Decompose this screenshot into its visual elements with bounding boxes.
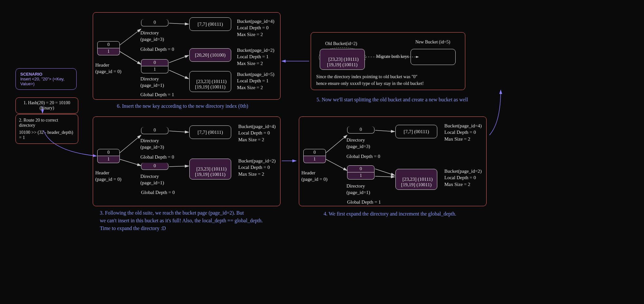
p5-new-bucket: [411, 49, 456, 65]
p4-dir3: 0: [347, 126, 374, 134]
p3-bucket2-meta: Bucket(page_id=2) Local Depth = 0 Max Si…: [238, 158, 276, 177]
p3-bucket2-items: [23,23] (10111) [19,19] (10011): [195, 166, 227, 177]
p4-bucket2-meta: Bucket(page_id=2) Local Depth = 0 Max Si…: [444, 168, 482, 188]
caption-6: 6. Insert the new key according to the n…: [117, 102, 248, 110]
p6-header-r1: 1: [97, 48, 120, 55]
p3-dir3-gd: Global Depth = 0: [140, 154, 174, 160]
p4-header-r0: 0: [303, 149, 326, 156]
p4-dir3-gd: Global Depth = 0: [346, 153, 380, 160]
p3-bucket4-meta: Bucket(page_id=4) Local Depth = 0 Max Si…: [238, 123, 276, 143]
p3-header-label: Header (page_id = 0): [95, 170, 121, 183]
p6-bucket4-items: [7,7] (00111): [198, 22, 223, 27]
scenario-text: Insert <20, "20"> (<Key, Value>): [20, 77, 72, 86]
p6-dir3-gd: Global Depth = 0: [140, 46, 174, 52]
caption-5: 5. Now we'll start splitting the old buc…: [317, 96, 468, 104]
p4-header: 0 1: [303, 149, 326, 163]
p3-bucket4-items: [7,7] (00111): [198, 130, 223, 135]
p4-dir1-r1: 1: [347, 172, 374, 180]
p5-new-label: New Bucket (id=5): [415, 40, 450, 45]
p6-dir3: 0: [141, 19, 168, 26]
p3-header: 0 1: [97, 149, 120, 163]
p6-bucket2: [20,20] (10100): [189, 48, 231, 62]
p3-dir3-r0: 0: [141, 127, 168, 134]
p6-dir1-gd: Global Depth = 1: [140, 91, 174, 98]
p3-dir1-gd: Global Depth = 0: [141, 189, 175, 196]
p4-bucket4-items: [7,7] (00111): [404, 129, 429, 134]
scenario-box: SCENARIO Insert <20, "20"> (<Key, Value>…: [15, 68, 77, 90]
p4-dir3-label: Directory (page_id=3): [346, 137, 370, 150]
scenario-title: SCENARIO: [20, 72, 72, 77]
p4-dir1-label: Directory (page_id=1): [346, 183, 370, 196]
step1-text: 1. Hash(20) = 20 = 10100 (binary): [24, 100, 70, 110]
p6-header-r0: 0: [97, 41, 120, 48]
p4-bucket2-items: [23,23] (10111) [19,19] (10011): [401, 177, 433, 187]
p4-header-label: Header (page_id = 0): [301, 170, 327, 183]
p5-note: Since the directory index pointing to ol…: [316, 73, 424, 87]
p4-dir1-r0: 0: [347, 165, 374, 172]
p6-bucket4: [7,7] (00111): [189, 17, 231, 31]
p3-dir3: 0: [141, 127, 168, 134]
p4-bucket4: [7,7] (00111): [395, 125, 437, 138]
caption-4: 4. We first expand the directory and inc…: [324, 210, 456, 218]
step1-box: 1. Hash(20) = 20 = 10100 (binary): [15, 97, 78, 114]
p3-bucket4: [7,7] (00111): [189, 125, 231, 139]
p6-dir3-r0: 0: [141, 19, 168, 26]
p3-bucket2: [23,23] (10111) [19,19] (10011): [189, 159, 231, 180]
p5-migrate: Migrate both keys: [376, 54, 409, 59]
p6-header-label: Header (page_id = 0): [95, 62, 121, 75]
p3-dir1-r0: 0: [141, 163, 168, 170]
p6-dir1-r1: 1: [141, 66, 168, 73]
p5-old-label: Old Bucket(id=2): [325, 41, 357, 46]
p6-bucket2-items: [20,20] (10100): [195, 52, 226, 58]
p3-header-r0: 0: [97, 149, 120, 156]
p5-old-bucket: [23,23] (10111) [19,19] (10011): [320, 49, 365, 70]
p6-bucket5-meta: Bucket(page_id=5) Local Depth = 1 Max Si…: [237, 71, 274, 91]
p4-header-r1: 1: [303, 156, 326, 163]
p4-dir1-gd: Global Depth = 1: [347, 199, 381, 205]
p3-dir1-label: Directory (page_id=1): [140, 173, 164, 186]
step2-line1: 2. Route 20 to correct directory: [19, 118, 75, 128]
p6-header: 0 1: [97, 41, 120, 55]
p6-bucket5: [23,23] (10111) [19,19] (10011): [189, 71, 231, 92]
p4-dir3-r0: 0: [347, 126, 374, 134]
p4-bucket4-meta: Bucket(page_id=4) Local Depth = 0 Max Si…: [444, 123, 482, 142]
p6-bucket2-meta: Bucket(page_id=2) Local Depth = 1 Max Si…: [237, 47, 274, 67]
p6-dir1-label: Directory (page_id=1): [140, 76, 164, 89]
p6-bucket5-items: [23,23] (10111) [19,19] (10011): [195, 79, 227, 89]
p3-header-r1: 1: [97, 156, 120, 163]
step2-box: 2. Route 20 to correct directory 10100 >…: [15, 114, 78, 144]
p3-dir3-label: Directory (page_id=3): [140, 137, 164, 151]
p6-dir3-label: Directory (page_id=3): [140, 30, 164, 43]
p6-dir1-r0: 0: [141, 59, 168, 66]
p3-dir1: 0: [141, 163, 168, 170]
p6-bucket4-meta: Bucket(page_id=4) Local Depth = 0 Max Si…: [237, 18, 274, 38]
step2-line2: 10100 >> (32 - header_depth) = 1: [19, 130, 75, 140]
p4-bucket2: [23,23] (10111) [19,19] (10011): [395, 169, 437, 190]
p4-dir1: 0 1: [347, 165, 374, 180]
caption-3: 3. Following the old suite, we reach the…: [100, 209, 263, 232]
p6-dir1: 0 1: [141, 59, 168, 73]
p5-old-items: [23,23] (10111) [19,19] (10011): [327, 57, 359, 67]
